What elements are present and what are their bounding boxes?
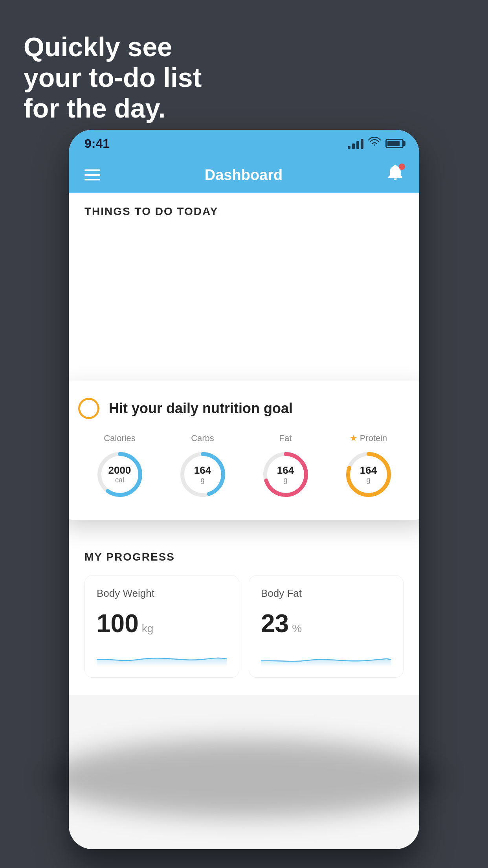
calories-label: Calories [104, 433, 136, 443]
nutrition-card: Hit your daily nutrition goal Calories [69, 381, 419, 520]
body-weight-number: 100 [97, 609, 139, 638]
fat-unit: g [283, 476, 287, 484]
body-weight-card-title: Body Weight [97, 587, 227, 600]
status-bar: 9:41 [69, 130, 419, 157]
nutrition-card-title: Hit your daily nutrition goal [109, 400, 293, 417]
phone-shadow [45, 739, 443, 818]
protein-label-row: ★ Protein [350, 433, 387, 443]
protein-value: 164 [360, 465, 377, 476]
calories-ring: 2000 cal [94, 449, 145, 500]
nav-title: Dashboard [205, 167, 283, 184]
fat-center: 164 g [277, 465, 294, 484]
protein-unit: g [366, 476, 370, 484]
protein-center: 164 g [360, 465, 377, 484]
body-weight-chart [97, 646, 227, 666]
hero-text: Quickly see your to-do list for the day. [24, 31, 202, 124]
calories-center: 2000 cal [108, 465, 131, 484]
body-weight-unit: kg [142, 622, 154, 635]
nutrition-carbs: Carbs 164 g [177, 433, 228, 500]
protein-star-icon: ★ [350, 433, 358, 443]
body-fat-card-title: Body Fat [261, 587, 391, 600]
menu-button[interactable] [84, 169, 100, 180]
battery-icon [385, 139, 404, 148]
protein-ring: 164 g [343, 449, 394, 500]
nutrition-check-circle [78, 398, 99, 419]
phone-wrapper: 9:41 [69, 130, 419, 849]
protein-label: Protein [360, 433, 387, 443]
status-icons [348, 137, 404, 150]
nav-bar: Dashboard [69, 157, 419, 193]
notification-button[interactable] [387, 165, 404, 185]
carbs-center: 164 g [194, 465, 211, 484]
carbs-ring: 164 g [177, 449, 228, 500]
fat-ring: 164 g [260, 449, 311, 500]
nutrition-fat: Fat 164 g [260, 433, 311, 500]
signal-icon [348, 138, 363, 149]
body-weight-card: Body Weight 100 kg [84, 575, 239, 678]
things-section-title: THINGS TO DO TODAY [69, 193, 419, 226]
calories-value: 2000 [108, 465, 131, 476]
carbs-unit: g [200, 476, 204, 484]
carbs-value: 164 [194, 465, 211, 476]
body-fat-unit: % [292, 622, 302, 635]
nutrition-card-header: Hit your daily nutrition goal [78, 398, 410, 419]
nutrition-protein: ★ Protein 164 g [343, 433, 394, 500]
nutrition-grid: Calories 2000 cal [78, 433, 410, 500]
progress-cards: Body Weight 100 kg [84, 575, 404, 678]
progress-section: MY PROGRESS Body Weight 100 kg [69, 533, 419, 695]
fat-label: Fat [279, 433, 292, 443]
nutrition-calories: Calories 2000 cal [94, 433, 145, 500]
notification-dot [399, 164, 405, 170]
body-fat-value-row: 23 % [261, 609, 391, 638]
progress-title: MY PROGRESS [84, 551, 404, 563]
wifi-icon [368, 137, 381, 150]
carbs-label: Carbs [191, 433, 214, 443]
body-fat-card: Body Fat 23 % [249, 575, 404, 678]
body-fat-chart [261, 646, 391, 666]
body-weight-value-row: 100 kg [97, 609, 227, 638]
status-time: 9:41 [84, 136, 110, 151]
fat-value: 164 [277, 465, 294, 476]
body-fat-number: 23 [261, 609, 289, 638]
calories-unit: cal [115, 476, 124, 484]
